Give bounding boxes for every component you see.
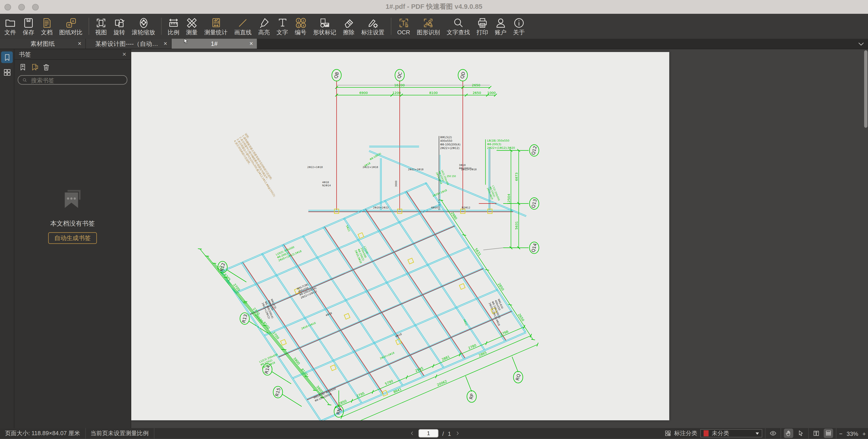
two-page-view-icon[interactable]	[811, 429, 821, 438]
tab-overflow-chevron-down-icon[interactable]	[857, 40, 865, 48]
svg-text:RN: RN	[336, 408, 342, 415]
select-cursor-tool-icon[interactable]	[796, 429, 805, 438]
zoom-in-button[interactable]: +	[862, 430, 866, 437]
scale-button[interactable]: 比例	[164, 14, 183, 39]
panel-title: 书签	[19, 50, 31, 59]
thumbnails-panel-button[interactable]	[1, 66, 13, 78]
text-button[interactable]: 文字	[273, 14, 291, 39]
save-button[interactable]: 保存	[20, 14, 38, 39]
svg-text:Q12: Q12	[530, 145, 538, 156]
cad-drawing[interactable]: 1620026506900120081002650100056316873125…	[131, 52, 669, 420]
shape-recognition-button[interactable]: 图形识别	[413, 14, 443, 39]
svg-text:2Φ22+1Φ18: 2Φ22+1Φ18	[307, 166, 323, 169]
account-button[interactable]: 账户	[491, 14, 510, 39]
draw-line-button[interactable]: 画直线	[231, 14, 255, 39]
ocr-label: OCR	[397, 29, 410, 35]
highlight-button[interactable]: 高亮	[255, 14, 273, 39]
svg-text:L8(1B) 350x550: L8(1B) 350x550	[487, 139, 509, 142]
document-canvas[interactable]: 1620026506900120081002650100056316873125…	[131, 49, 868, 428]
shape-markup-label: 形状标记	[313, 29, 336, 35]
view-button[interactable]: 视图	[92, 14, 110, 39]
bookmark-search[interactable]	[18, 75, 127, 85]
panel-close-icon[interactable]: ×	[122, 51, 126, 57]
draw-line-label: 画直线	[234, 29, 252, 35]
vertical-scrollbar[interactable]	[864, 50, 868, 128]
page-navigation: / 1	[410, 428, 460, 439]
empty-text: 本文档没有书签	[50, 220, 95, 228]
page-total: 1	[448, 430, 451, 437]
status-divider	[836, 428, 836, 439]
pdf-viewer-window: AB 1234	[0, 0, 868, 439]
svg-text:6873: 6873	[515, 172, 518, 181]
measure-scale-status[interactable]: 当前页未设置测量比例	[86, 430, 153, 437]
continuous-view-icon[interactable]	[824, 429, 833, 438]
generate-bookmark-icon[interactable]	[31, 63, 39, 71]
text-label: 文字	[276, 29, 288, 35]
svg-text:QB: QB	[333, 71, 340, 79]
auto-generate-bookmarks-button[interactable]: 自动生成书签	[48, 232, 97, 244]
tab-label: 素材图纸	[31, 39, 55, 48]
svg-text:QD: QD	[459, 71, 466, 79]
svg-text:6Φ20: 6Φ20	[431, 206, 438, 209]
annotation-category-dropdown[interactable]: 未分类	[700, 429, 762, 437]
add-bookmark-icon[interactable]	[19, 63, 27, 71]
account-label: 账户	[495, 29, 506, 35]
svg-text:2Φ22+2Φ18: 2Φ22+2Φ18	[408, 168, 424, 171]
measure-stats-button[interactable]: 测量统计	[201, 14, 231, 39]
svg-text:12504: 12504	[507, 194, 510, 204]
tab-label: 1#	[211, 40, 218, 47]
view-label: 视图	[95, 29, 107, 35]
tab-close-icon[interactable]: ×	[78, 41, 81, 47]
zoom-out-button[interactable]: −	[839, 430, 842, 437]
print-label: 打印	[476, 29, 488, 35]
measure-label: 测量	[186, 29, 197, 35]
status-divider	[765, 428, 765, 439]
erase-button[interactable]: 擦除	[340, 14, 358, 39]
file-button[interactable]: 文件	[1, 14, 20, 39]
next-page-chevron-icon[interactable]	[455, 430, 460, 436]
svg-text:250 150: 250 150	[447, 175, 456, 177]
toggle-annotations-eye-icon[interactable]	[768, 429, 778, 438]
pan-hand-tool-icon[interactable]	[784, 429, 793, 438]
svg-text:2650: 2650	[473, 91, 481, 95]
titlebar: 1#.pdf - PDF 快速看图 v4.9.0.85	[0, 0, 868, 14]
bookmark-search-input[interactable]	[30, 76, 123, 84]
tab-close-icon[interactable]: ×	[249, 41, 253, 47]
page-number-input[interactable]	[418, 429, 438, 437]
drawing-compare-button[interactable]: 图纸对比	[56, 14, 86, 39]
shape-markup-button[interactable]: 形状标记	[310, 14, 340, 39]
tab-bridge-design[interactable]: 某桥设计图----（自动生成书... ×	[86, 39, 171, 48]
numbering-button[interactable]: 编号	[291, 14, 310, 39]
ocr-button[interactable]: OCR	[394, 14, 413, 39]
statusbar-right-controls: 标注分类 未分类 − 33% +	[664, 428, 866, 439]
bookmarks-empty-state: 本文档没有书签 自动生成书签	[14, 188, 131, 244]
document-button[interactable]: 文档	[38, 14, 56, 39]
svg-text:Φ8-200(3): Φ8-200(3)	[487, 143, 501, 146]
page-separator: /	[442, 430, 444, 437]
svg-text:N2Φ14: N2Φ14	[322, 184, 331, 187]
svg-text:Q14: Q14	[530, 243, 538, 253]
svg-text:2Φ20+1Φ18: 2Φ20+1Φ18	[432, 189, 447, 198]
about-button[interactable]: 关于	[510, 14, 528, 39]
svg-text:N2Φ12: N2Φ12	[462, 206, 470, 209]
text-search-button[interactable]: 文字查找	[443, 14, 473, 39]
mouse-cursor-icon	[182, 37, 189, 46]
annotation-settings-button[interactable]: 标注设置	[358, 14, 388, 39]
dropdown-arrow-icon	[755, 432, 759, 435]
svg-text:2.未注明梁中心线与轴线重合或梁边与墙边平;: 2.未注明梁中心线与轴线重合或梁边与墙边平;	[239, 136, 269, 180]
measure-stats-label: 测量统计	[204, 29, 228, 35]
svg-text:4Φ22: 4Φ22	[463, 319, 468, 326]
rotate-button[interactable]: 旋转	[110, 14, 128, 39]
measure-button[interactable]: 测量	[183, 14, 201, 39]
prev-page-chevron-icon[interactable]	[410, 430, 414, 436]
tab-material-drawings[interactable]: 素材图纸 ×	[0, 39, 85, 48]
bookmarks-panel-button[interactable]	[1, 52, 13, 63]
svg-text:8100: 8100	[429, 91, 438, 95]
toolbar-divider	[391, 18, 391, 35]
scroll-zoom-button[interactable]: 滚轮缩放	[128, 14, 158, 39]
status-divider	[154, 428, 154, 439]
status-divider	[808, 428, 809, 439]
delete-bookmark-icon[interactable]	[42, 63, 51, 71]
tab-close-icon[interactable]: ×	[164, 41, 167, 47]
print-button[interactable]: 打印	[473, 14, 491, 39]
